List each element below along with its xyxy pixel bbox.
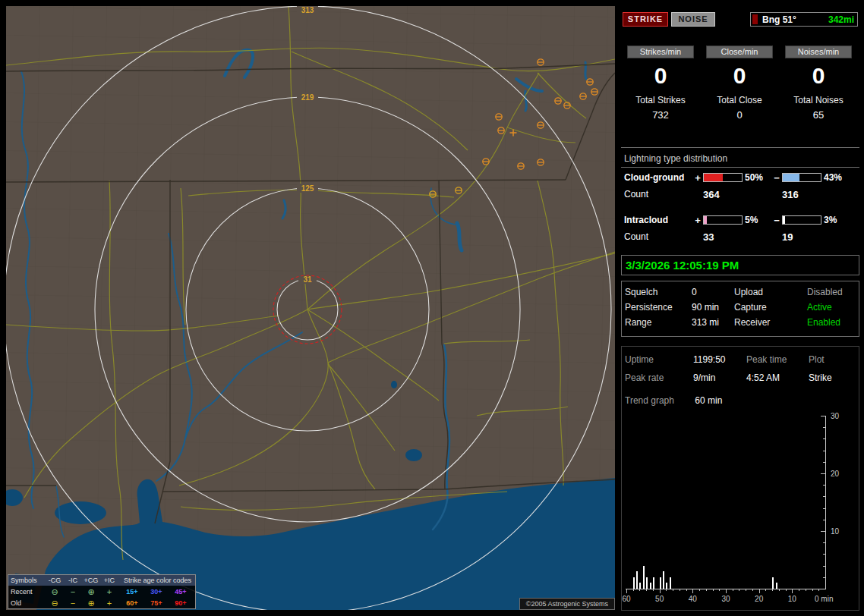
ic-minus-bar [782, 215, 821, 225]
ic-plus-count: 33 [703, 231, 782, 243]
graph-tick [823, 462, 825, 463]
graph-tick [823, 496, 825, 497]
graph-tlab: 60 [619, 595, 634, 603]
graph-tick [821, 416, 825, 416]
graph-tick [680, 589, 680, 591]
cg-minus-pct: 43% [821, 172, 850, 183]
legend-age-code: 30+ [144, 588, 169, 596]
graph-tick [806, 589, 806, 591]
cloud-ground-label: Cloud-ground [624, 172, 692, 183]
copyright-notice: ©2005 Astrogenic Systems [519, 598, 615, 610]
legend-symbol-icon: ⊕ [82, 598, 100, 608]
graph-tlab: 10 [831, 527, 849, 536]
cloud-ground-count-row: Count 364 316 [621, 186, 859, 203]
graph-tick [786, 589, 787, 591]
strike-button[interactable]: STRIKE [623, 12, 668, 27]
graph-tick [759, 589, 760, 593]
graph-y-axis [825, 416, 826, 589]
ring-label-31: 31 [303, 275, 312, 284]
graph-tick [660, 589, 661, 593]
graph-tick [823, 485, 825, 486]
trend-label: Trend graph [625, 395, 674, 406]
legend-recent-symbols: ⊖−⊕+ [46, 586, 120, 597]
plot-value: Strike [809, 372, 859, 383]
legend-column-header: -CG [46, 577, 64, 584]
graph-tlab: 40 [685, 595, 700, 603]
trend-graph: 3020106050403020100 min [622, 409, 859, 608]
peak-time-label: Peak time [746, 354, 809, 365]
graph-tlab: 50 [652, 595, 667, 603]
graph-tick [639, 589, 640, 591]
legend-age-title: Strike age color codes [120, 577, 195, 584]
capture-status: Active [807, 302, 859, 313]
graph-tick [823, 427, 825, 428]
close-rate-column: Close/min 0 Total Close 0 [700, 46, 779, 121]
squelch-value: 0 [692, 287, 734, 297]
total-close-value: 0 [700, 109, 779, 121]
graph-tlab: 0 min [815, 595, 842, 603]
close-per-min-chip: Close/min [706, 46, 773, 58]
legend-symbol-icon: ⊕ [82, 586, 100, 597]
ic-plus-pct: 5% [743, 215, 771, 225]
trend-bar [646, 577, 648, 589]
ring-label-219: 219 [301, 93, 314, 102]
graph-tick [821, 531, 825, 532]
trend-bar [636, 571, 638, 589]
noise-button[interactable]: NOISE [671, 12, 715, 27]
trend-bar [643, 566, 645, 589]
lightning-distribution-panel: Lightning type distribution Cloud-ground… [621, 147, 859, 245]
graph-tick [792, 589, 793, 593]
ring-label-313: 313 [301, 6, 314, 14]
graph-tick [823, 508, 825, 509]
ring-label-125: 125 [301, 184, 314, 193]
strikes-rate-column: Strikes/min 0 Total Strikes 732 [621, 46, 700, 121]
legend-symbols-title: Symbols [8, 577, 46, 584]
trend-bar [663, 571, 664, 589]
legend-age-code: 75+ [144, 599, 169, 607]
squelch-label: Squelch [625, 287, 692, 297]
datetime-display: 3/3/2026 12:05:19 PM [621, 255, 859, 275]
minus-sign: − [771, 172, 782, 184]
control-sidebar: STRIKE NOISE Bng 51° 342mi Strikes/min 0… [621, 6, 859, 610]
graph-tick [812, 589, 813, 591]
legend-old-label: Old [8, 599, 46, 607]
graph-tick [673, 589, 673, 591]
trend-bar [670, 577, 671, 589]
legend-recent-label: Recent [8, 588, 46, 596]
legend-symbol-icon: − [64, 598, 82, 608]
graph-tick [726, 589, 727, 593]
graph-tick [666, 589, 667, 591]
count-label: Count [624, 189, 703, 200]
range-value: 313 mi [692, 317, 734, 328]
trend-bar [653, 577, 654, 589]
total-close-label: Total Close [700, 95, 779, 105]
bearing-distance: 342mi [828, 14, 854, 25]
total-noises-value: 65 [779, 109, 858, 121]
noises-per-min-chip: Noises/min [785, 46, 852, 58]
trend-bar [639, 583, 641, 589]
ic-plus-bar [703, 215, 743, 225]
graph-tick [823, 438, 825, 439]
total-strikes-label: Total Strikes [621, 95, 700, 105]
ic-minus-count: 19 [782, 231, 856, 243]
graph-tick [739, 589, 739, 591]
graph-tick [733, 589, 733, 591]
graph-tick [823, 451, 825, 451]
graph-tick [823, 554, 825, 555]
strikes-per-min-chip: Strikes/min [627, 46, 694, 58]
uptime-label: Uptime [625, 354, 693, 365]
map-view[interactable]: 313 219 125 31 Symbols -CG-IC+CG+IC Stri… [6, 6, 615, 610]
range-label: Range [625, 317, 692, 328]
legend-symbol-icon: − [64, 586, 82, 597]
legend-column-header: +CG [82, 577, 100, 584]
graph-tick [765, 589, 766, 591]
graph-tick [653, 589, 654, 591]
trend-bar [772, 577, 774, 589]
plot-label: Plot [809, 354, 859, 365]
graph-tick [699, 589, 700, 591]
graph-tlab: 10 [784, 595, 799, 603]
graph-tick [752, 589, 753, 591]
graph-tick [779, 589, 780, 591]
bearing-value: Bng 51° [762, 14, 796, 25]
cloud-ground-row: Cloud-ground + 50% − 43% [621, 169, 859, 186]
